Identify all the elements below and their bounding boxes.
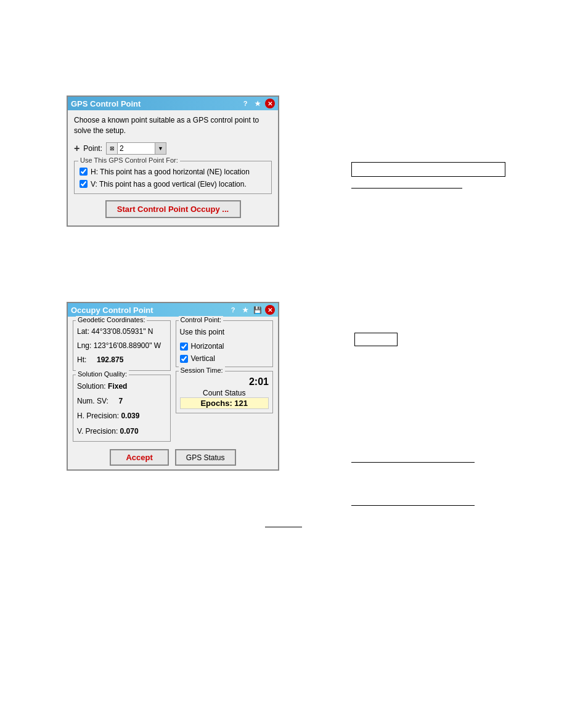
use-for-legend: Use This GPS Control Point For: bbox=[78, 156, 180, 164]
ht-value: 192.875 bbox=[97, 355, 123, 364]
gps-description: Choose a known point suitable as a GPS c… bbox=[74, 115, 272, 136]
use-this-point-label: Use this point bbox=[180, 328, 225, 336]
occupy-control-point-dialog: Occupy Control Point ? ★ 💾 ✕ Geodetic Co… bbox=[67, 302, 279, 471]
add-point-icon: + bbox=[74, 143, 80, 154]
pin-icon[interactable]: ★ bbox=[253, 99, 263, 108]
geodetic-fieldset: Geodetic Coordinates: Lat: 44°33'08.0593… bbox=[73, 320, 171, 371]
annotation-line-2 bbox=[351, 462, 475, 463]
annotation-line-1 bbox=[351, 188, 462, 189]
accept-button[interactable]: Accept bbox=[110, 449, 168, 466]
annotation-line-4 bbox=[265, 527, 302, 527]
v-precision-row: V. Precision: 0.070 bbox=[77, 425, 166, 437]
occupy-pin-icon[interactable]: ★ bbox=[240, 305, 250, 315]
occupy-help-icon[interactable]: ? bbox=[228, 305, 238, 315]
lat-label: Lat: bbox=[77, 327, 89, 336]
close-icon[interactable]: ✕ bbox=[265, 99, 275, 108]
checkbox-v-label: V: This point has a good vertical (Elev)… bbox=[91, 180, 247, 189]
v-precision-label: V. Precision: bbox=[77, 427, 118, 436]
gps-dialog-titlebar: GPS Control Point ? ★ ✕ bbox=[68, 97, 278, 110]
occupy-titlebar-icons: ? ★ 💾 ✕ bbox=[228, 305, 275, 315]
occupy-close-icon[interactable]: ✕ bbox=[265, 305, 275, 315]
occupy-dialog-titlebar: Occupy Control Point ? ★ 💾 ✕ bbox=[68, 303, 278, 317]
num-sv-value: 7 bbox=[119, 397, 123, 405]
solution-legend: Solution Quality: bbox=[76, 370, 129, 378]
point-input[interactable] bbox=[118, 144, 155, 153]
lat-row: Lat: 44°33'08.05931" N bbox=[77, 326, 166, 338]
point-input-wrapper: ⊠ ▼ bbox=[106, 142, 166, 155]
gps-dialog-title: GPS Control Point bbox=[71, 99, 141, 108]
lat-value: 44°33'08.05931" N bbox=[91, 327, 153, 336]
help-icon[interactable]: ? bbox=[240, 99, 250, 108]
annotation-box-1 bbox=[351, 162, 505, 177]
lng-value: 123°16'08.88900" W bbox=[94, 341, 161, 350]
epochs-value: Epochs: 121 bbox=[180, 397, 269, 409]
occupy-body: Geodetic Coordinates: Lat: 44°33'08.0593… bbox=[68, 317, 278, 469]
lng-label: Lng: bbox=[77, 341, 91, 350]
occupy-horizontal-label: Horizontal bbox=[191, 342, 224, 351]
occupy-checkbox-v-row: Vertical bbox=[180, 354, 269, 363]
count-status-label: Count Status bbox=[180, 389, 269, 397]
control-point-fieldset: Control Point: Use this point Horizontal… bbox=[176, 320, 274, 367]
annotation-line-3 bbox=[351, 505, 475, 506]
occupy-checkbox-v[interactable] bbox=[180, 355, 188, 363]
gps-control-point-dialog: GPS Control Point ? ★ ✕ Choose a known p… bbox=[67, 95, 279, 227]
occupy-dialog-title: Occupy Control Point bbox=[71, 306, 153, 315]
solution-row: Solution: Fixed bbox=[77, 380, 166, 392]
occupy-left-column: Geodetic Coordinates: Lat: 44°33'08.0593… bbox=[73, 320, 171, 445]
occupy-vertical-label: Vertical bbox=[191, 354, 215, 363]
ht-label: Ht: bbox=[77, 355, 86, 364]
h-precision-label: H. Precision: bbox=[77, 412, 119, 420]
annotation-box-2 bbox=[354, 333, 398, 346]
session-time-value: 2:01 bbox=[180, 376, 269, 387]
gps-dialog-body: Choose a known point suitable as a GPS c… bbox=[68, 110, 278, 225]
checkbox-h[interactable] bbox=[80, 168, 88, 176]
geodetic-legend: Geodetic Coordinates: bbox=[76, 316, 147, 323]
point-row: + Point: ⊠ ▼ bbox=[74, 142, 272, 155]
v-precision-value: 0.070 bbox=[120, 427, 139, 436]
session-legend: Session Time: bbox=[179, 367, 225, 374]
solution-quality-fieldset: Solution Quality: Solution: Fixed Num. S… bbox=[73, 375, 171, 442]
h-precision-value: 0.039 bbox=[121, 412, 139, 420]
h-precision-row: H. Precision: 0.039 bbox=[77, 410, 166, 422]
point-dropdown-icon[interactable]: ▼ bbox=[155, 143, 166, 154]
checkbox-h-row: H: This point has a good horizontal (NE)… bbox=[80, 168, 266, 176]
use-for-fieldset: Use This GPS Control Point For: H: This … bbox=[74, 161, 272, 194]
occupy-checkbox-h-row: Horizontal bbox=[180, 342, 269, 351]
occupy-buttons: Accept GPS Status bbox=[73, 449, 273, 466]
titlebar-icon-group: ? ★ ✕ bbox=[240, 99, 275, 108]
use-this-point-row: Use this point bbox=[180, 326, 269, 338]
occupy-columns: Geodetic Coordinates: Lat: 44°33'08.0593… bbox=[73, 320, 273, 445]
num-sv-label: Num. SV: bbox=[77, 397, 108, 405]
session-time-fieldset: Session Time: 2:01 Count Status Epochs: … bbox=[176, 371, 274, 413]
checkbox-v-row: V: This point has a good vertical (Elev)… bbox=[80, 180, 266, 189]
checkbox-v[interactable] bbox=[80, 180, 88, 188]
occupy-right-column: Control Point: Use this point Horizontal… bbox=[176, 320, 274, 445]
occupy-checkbox-h[interactable] bbox=[180, 343, 188, 351]
ht-row: Ht: 192.875 bbox=[77, 354, 166, 366]
solution-label: Solution: bbox=[77, 382, 106, 391]
occupy-floppy-icon[interactable]: 💾 bbox=[253, 305, 263, 315]
solution-value: Fixed bbox=[108, 382, 127, 391]
lng-row: Lng: 123°16'08.88900" W bbox=[77, 340, 166, 352]
point-label: Point: bbox=[83, 144, 102, 153]
num-sv-row: Num. SV: 7 bbox=[77, 395, 166, 407]
control-point-legend: Control Point: bbox=[179, 316, 224, 323]
start-control-point-button[interactable]: Start Control Point Occupy ... bbox=[105, 200, 241, 218]
gps-status-button[interactable]: GPS Status bbox=[175, 449, 236, 466]
point-image-icon: ⊠ bbox=[107, 143, 118, 154]
checkbox-h-label: H: This point has a good horizontal (NE)… bbox=[91, 168, 250, 176]
